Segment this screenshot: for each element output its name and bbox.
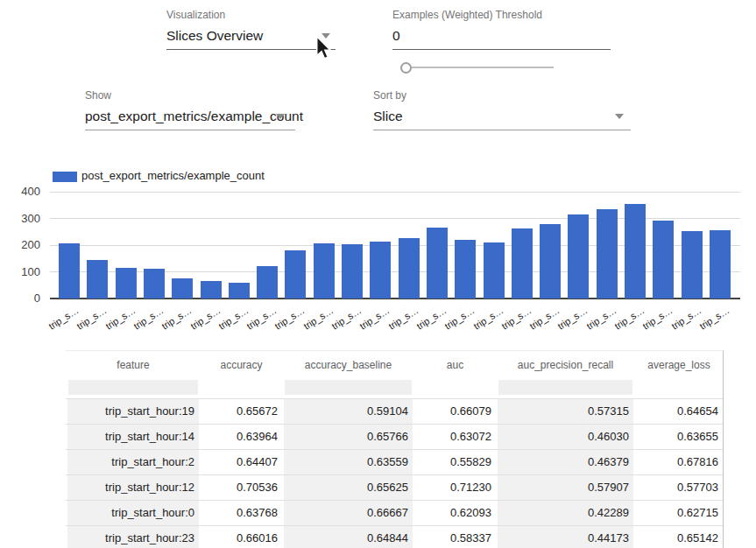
feature-cell: trip_start_hour:12: [66, 475, 201, 500]
bar: [59, 243, 80, 299]
bar: [116, 268, 137, 299]
column-header-auc_precision_recall: auc_precision_recall: [496, 351, 635, 379]
metric-cell: 0.46379: [496, 450, 635, 474]
sort-by-select[interactable]: Sort by Slice: [373, 89, 631, 130]
metric-cell: 0.44173: [496, 526, 635, 548]
table-row: trip_start_hour:20.644070.635590.558290.…: [66, 449, 723, 474]
filter-cell: [201, 379, 282, 398]
bar: [682, 231, 703, 299]
y-axis-tick: 0: [5, 292, 40, 305]
bar: [455, 240, 476, 299]
mouse-cursor-icon: [315, 36, 332, 60]
filter-cell: [496, 379, 635, 398]
filter-input[interactable]: [498, 380, 632, 395]
table-row: trip_start_hour:230.660160.648440.583370…: [66, 525, 723, 548]
metric-cell: 0.57907: [496, 475, 635, 500]
slider-track[interactable]: [412, 67, 554, 68]
feature-cell: trip_start_hour:23: [66, 526, 201, 548]
visualization-select[interactable]: Visualization Slices Overview: [166, 9, 336, 50]
bar: [653, 221, 674, 299]
y-axis-tick: 100: [5, 265, 40, 278]
sort-by-label: Sort by: [373, 89, 631, 102]
bar: [625, 204, 646, 299]
threshold-label: Examples (Weighted) Threshold: [392, 9, 611, 21]
threshold-slider[interactable]: [400, 61, 554, 74]
bar: [172, 278, 193, 299]
metric-cell: 0.42289: [496, 501, 635, 525]
bar: [144, 269, 165, 299]
column-header-auc: auc: [414, 351, 496, 379]
bar: [484, 242, 505, 299]
column-header-accuracy: accuracy: [201, 351, 282, 379]
bar: [87, 260, 108, 299]
bar-chart: post_export_metrics/example_count 010020…: [0, 166, 756, 341]
feature-cell: trip_start_hour:19: [66, 399, 201, 424]
metric-cell: 0.65625: [282, 475, 414, 500]
filter-cell: [66, 379, 201, 398]
table-row: trip_start_hour:120.705360.656250.712300…: [66, 474, 723, 500]
bar: [257, 266, 278, 299]
metric-cell: 0.46030: [496, 425, 635, 449]
visualization-label: Visualization: [166, 9, 336, 21]
chevron-down-icon[interactable]: [276, 114, 285, 119]
bar: [597, 209, 618, 299]
column-header-accuracy_baseline: accuracy_baseline: [282, 351, 414, 379]
filter-input[interactable]: [68, 380, 198, 395]
metric-cell: 0.70536: [201, 475, 282, 500]
metric-cell: 0.65766: [282, 425, 414, 449]
column-header-average_loss: average_loss: [635, 351, 723, 379]
metric-cell: 0.57315: [496, 399, 635, 424]
table-filter-row: [66, 379, 723, 398]
filter-cell: [282, 379, 414, 398]
metric-cell: 0.55829: [414, 450, 496, 474]
feature-cell: trip_start_hour:0: [66, 501, 201, 525]
show-label: Show: [85, 89, 295, 102]
bar: [285, 250, 306, 299]
metric-cell: 0.59104: [282, 399, 414, 424]
bar: [512, 228, 533, 299]
y-axis-tick: 300: [5, 212, 40, 225]
bar: [201, 281, 222, 299]
metric-cell: 0.64654: [635, 399, 723, 424]
chevron-down-icon[interactable]: [615, 114, 624, 119]
metric-cell: 0.67816: [635, 450, 723, 474]
metric-cell: 0.58337: [414, 526, 496, 548]
table-row: trip_start_hour:140.639640.657660.630720…: [66, 424, 723, 449]
gridline: [50, 192, 740, 193]
metric-cell: 0.65672: [201, 399, 282, 424]
bar: [540, 224, 561, 299]
metric-cell: 0.65142: [635, 526, 723, 548]
table-row: trip_start_hour:00.637680.666670.620930.…: [66, 500, 723, 525]
bar: [427, 228, 448, 299]
sort-by-value[interactable]: Slice: [373, 108, 631, 124]
metric-cell: 0.71230: [414, 475, 496, 500]
metric-cell: 0.62715: [635, 501, 723, 525]
metric-cell: 0.66016: [201, 526, 282, 548]
threshold-field-group: Examples (Weighted) Threshold 0: [392, 9, 611, 50]
bar: [710, 230, 731, 299]
metric-cell: 0.63964: [201, 425, 282, 449]
metric-cell: 0.63655: [635, 425, 723, 449]
bar: [370, 242, 391, 299]
visualization-value[interactable]: Slices Overview: [166, 27, 336, 44]
bar: [314, 243, 335, 299]
threshold-input[interactable]: 0: [392, 27, 611, 44]
slices-overview-app: Visualization Slices Overview Examples (…: [0, 0, 756, 548]
metric-cell: 0.66079: [414, 399, 496, 424]
show-value[interactable]: post_export_metrics/example_count: [85, 108, 295, 124]
y-axis-tick: 400: [5, 185, 40, 198]
bar: [342, 244, 363, 299]
show-select[interactable]: Show post_export_metrics/example_count: [85, 89, 295, 130]
filter-cell: [414, 379, 496, 398]
legend-label: post_export_metrics/example_count: [81, 169, 265, 182]
metric-cell: 0.66667: [282, 501, 414, 525]
metric-cell: 0.64844: [282, 526, 414, 548]
slider-knob[interactable]: [400, 62, 412, 74]
bar: [568, 214, 589, 299]
bar: [399, 238, 420, 299]
bar: [229, 283, 250, 299]
filter-input[interactable]: [285, 380, 412, 395]
metric-cell: 0.63072: [414, 425, 496, 449]
metric-cell: 0.63559: [282, 450, 414, 474]
metric-cell: 0.62093: [414, 501, 496, 525]
